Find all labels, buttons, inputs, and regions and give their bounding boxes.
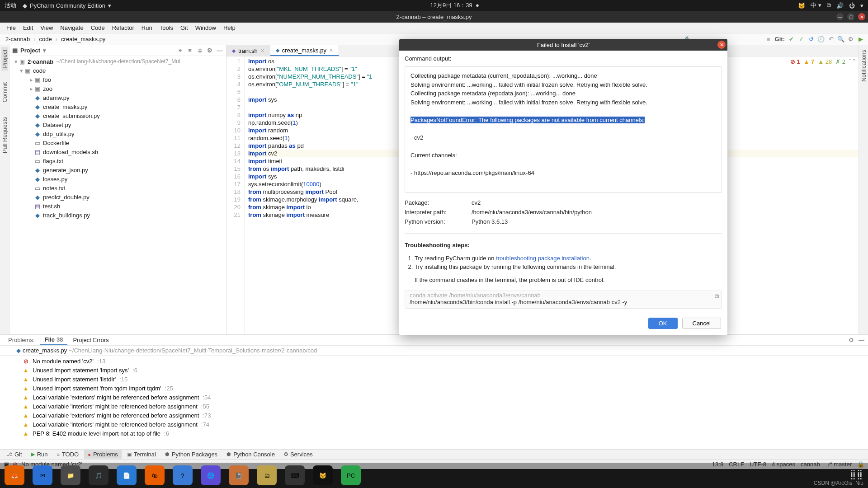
menu-help[interactable]: Help — [220, 23, 239, 33]
tree-node[interactable]: ▤test.sh — [9, 202, 226, 211]
editor-tab[interactable]: ◆train.sh✕ — [226, 45, 270, 56]
menu-view[interactable]: View — [37, 23, 57, 33]
problem-item[interactable]: ▲Local variable 'interiors' might be ref… — [0, 420, 868, 429]
stop-icon[interactable]: ■ — [765, 36, 772, 43]
problem-item[interactable]: ▲Local variable 'interiors' might be ref… — [0, 402, 868, 411]
tree-node[interactable]: ◆generate_json.py — [9, 165, 226, 174]
tree-node[interactable]: ▭Dockerfile — [9, 138, 226, 147]
ide-settings-icon[interactable]: ⚙ — [847, 36, 854, 43]
menu-git[interactable]: Git — [177, 23, 192, 33]
rail-project[interactable]: Project — [1, 47, 8, 70]
dock-terminal[interactable]: ⌨ — [285, 465, 305, 485]
tree-node[interactable]: ▾▣2-cannab~/ChenLiang-Niu/change-detecti… — [9, 57, 226, 66]
problem-item[interactable]: ▲Local variable 'exteriors' might be ref… — [0, 411, 868, 420]
dock-app2[interactable]: 🗂 — [257, 465, 277, 485]
problems-hide-icon[interactable]: — — [859, 337, 864, 343]
tree-node[interactable]: ◆predict_double.py — [9, 192, 226, 202]
window-close-button[interactable]: ✕ — [858, 13, 865, 20]
dock-writer[interactable]: 📄 — [117, 465, 137, 485]
menu-code[interactable]: Code — [87, 23, 108, 33]
problems-tab-file[interactable]: File38 — [40, 335, 68, 345]
rail-commit[interactable]: Commit — [1, 80, 8, 105]
dock-pycharm[interactable]: PC — [341, 465, 361, 485]
ok-button[interactable]: OK — [648, 318, 678, 329]
clock[interactable]: 12月9日 16：39 — [430, 2, 472, 9]
activities-button[interactable]: 活动 — [5, 1, 16, 9]
close-tab-icon[interactable]: ✕ — [329, 47, 333, 53]
dialog-close-button[interactable]: ✕ — [717, 41, 726, 49]
power-icon[interactable]: ⏻ — [849, 2, 855, 9]
expand-all-icon[interactable]: ≡ — [186, 47, 193, 54]
dock-thunderbird[interactable]: ✉ — [33, 465, 52, 485]
tool-window-services[interactable]: ✪Services — [280, 450, 316, 459]
problem-item[interactable]: ▲Unused import statement 'from tqdm impo… — [0, 384, 868, 393]
tool-window-python-console[interactable]: ⬢Python Console — [223, 450, 278, 459]
tree-node[interactable]: ◆create_masks.py — [9, 102, 226, 111]
tray-icon[interactable]: 🐱 — [798, 2, 805, 9]
menu-edit[interactable]: Edit — [19, 23, 37, 33]
menu-file[interactable]: File — [3, 23, 19, 33]
git-rollback-icon[interactable]: ↶ — [827, 36, 835, 43]
dock-software[interactable]: 🛍 — [145, 465, 165, 485]
window-maximize-button[interactable]: ▢ — [847, 13, 854, 20]
troubleshoot-link[interactable]: troubleshooting package installation — [496, 255, 590, 262]
breadcrumb-segment[interactable]: create_masks.py — [59, 35, 107, 43]
close-tab-icon[interactable]: ✕ — [260, 48, 264, 54]
problems-tab-project-errors[interactable]: Project Errors — [68, 335, 113, 345]
breadcrumb-segment[interactable]: code — [38, 35, 54, 43]
select-opened-file-icon[interactable]: ⌖ — [176, 47, 184, 54]
menu-run[interactable]: Run — [138, 23, 156, 33]
tool-window-run[interactable]: ▶Run — [28, 450, 52, 459]
breadcrumb-segment[interactable]: 2-cannab — [4, 35, 32, 43]
tool-window-git[interactable]: ⎇Git — [3, 450, 26, 459]
breadcrumb[interactable]: 2-cannabcodecreate_masks.py — [4, 35, 107, 43]
tree-node[interactable]: ◆ddp_utils.py — [9, 129, 226, 138]
problem-item[interactable]: ▲Unused import statement 'import sys':6 — [0, 366, 868, 375]
cancel-button[interactable]: Cancel — [682, 318, 721, 329]
window-minimize-button[interactable]: — — [836, 13, 844, 20]
tool-window-todo[interactable]: ≡TODO — [53, 450, 82, 459]
tool-window-python-packages[interactable]: ⬢Python Packages — [161, 450, 221, 459]
git-history-icon[interactable]: 🕘 — [817, 36, 825, 43]
network-icon[interactable]: ⧉ — [827, 2, 831, 9]
inspection-widget[interactable]: ⊘ 1 ▲ 7 ▲ 28 ✗ 2 ˆ ˅ — [788, 57, 858, 66]
collapse-all-icon[interactable]: ≑ — [196, 47, 203, 54]
problems-settings-icon[interactable]: ⚙ — [849, 337, 854, 343]
menu-navigate[interactable]: Navigate — [57, 23, 87, 33]
command-output-box[interactable]: Collecting package metadata (current_rep… — [405, 66, 722, 193]
menu-refactor[interactable]: Refactor — [108, 23, 138, 33]
copy-command-icon[interactable]: ⧉ — [715, 293, 719, 300]
tree-node[interactable]: ◆create_submission.py — [9, 111, 226, 120]
git-update-icon[interactable]: ↺ — [807, 36, 815, 43]
problem-item[interactable]: ⊘No module named 'cv2':13 — [0, 357, 868, 366]
rail-pull-requests[interactable]: Pull Requests — [1, 114, 8, 156]
tool-window-problems[interactable]: ●Problems — [84, 450, 122, 459]
system-menu-chevron[interactable]: ▾ — [860, 2, 863, 9]
tree-node[interactable]: ▸▣foo — [9, 75, 226, 84]
dock-rhythmbox[interactable]: 🎵 — [89, 465, 108, 485]
tree-node[interactable]: ◆losses.py — [9, 174, 226, 183]
dock-web[interactable]: 🌐 — [201, 465, 221, 485]
search-everywhere-icon[interactable]: 🔍 — [837, 36, 844, 43]
problems-file-path[interactable]: ◆ create_masks.py ~/ChenLiang-Niu/change… — [0, 346, 868, 356]
problem-item[interactable]: ▲Local variable 'exteriors' might be ref… — [0, 393, 868, 402]
tree-node[interactable]: ▤download_models.sh — [9, 147, 226, 156]
dock-files[interactable]: 📁 — [61, 465, 80, 485]
git-push-icon[interactable]: ✓ — [797, 36, 805, 43]
editor-tab[interactable]: ◆create_masks.py✕ — [270, 45, 339, 56]
tree-node[interactable]: ▭flags.txt — [9, 156, 226, 165]
dock-firefox[interactable]: 🦊 — [5, 465, 24, 485]
tree-node[interactable]: ▸▣zoo — [9, 84, 226, 93]
problem-item[interactable]: ▲Unused import statement 'listdir':15 — [0, 375, 868, 384]
tool-window-terminal[interactable]: ▣Terminal — [123, 450, 160, 459]
dock-help[interactable]: ? — [173, 465, 193, 485]
run-anything-icon[interactable]: ▶ — [857, 36, 864, 43]
focused-app[interactable]: ◆ PyCharm Community Edition ▾ — [23, 2, 111, 9]
editor-gutter[interactable]: 123456789101112131415161718192021 — [226, 56, 245, 334]
command-box[interactable]: conda activate /home/niu/anaconda3/envs/… — [405, 291, 722, 309]
tree-node[interactable]: ◆Dataset.py — [9, 120, 226, 129]
git-commit-icon[interactable]: ✔ — [788, 36, 795, 43]
tree-node[interactable]: ▭notes.txt — [9, 183, 226, 192]
input-method-indicator[interactable]: 中 ▾ — [811, 1, 821, 9]
dock-app1[interactable]: 📓 — [229, 465, 249, 485]
